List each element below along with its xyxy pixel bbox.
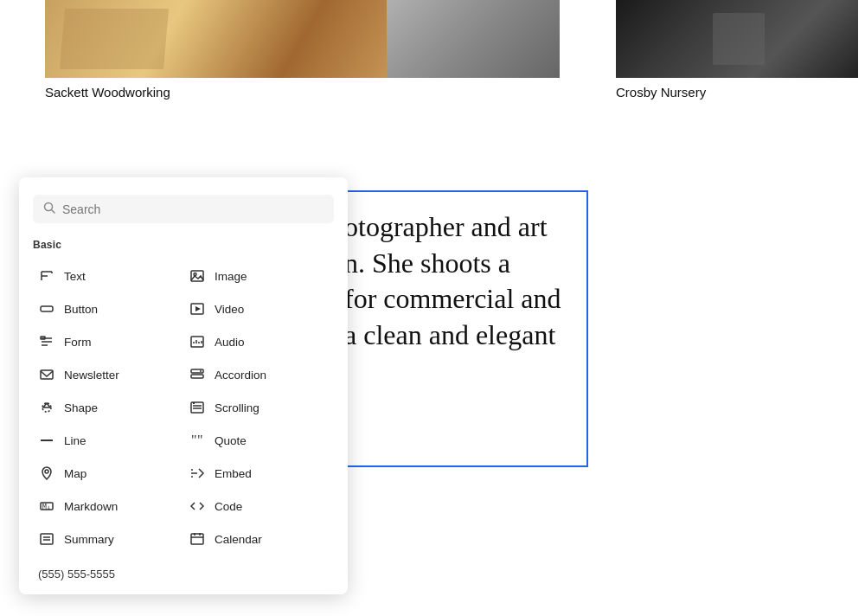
audio-icon <box>189 333 206 350</box>
item-button[interactable]: Button <box>33 292 183 325</box>
svg-point-32 <box>45 470 48 473</box>
item-shape-label: Shape <box>64 401 98 414</box>
svg-point-7 <box>194 273 196 276</box>
item-line[interactable]: Line <box>33 424 183 457</box>
item-map[interactable]: Map <box>33 457 183 490</box>
embed-icon <box>189 465 206 482</box>
line-icon <box>38 432 55 449</box>
search-container[interactable] <box>33 195 334 223</box>
item-scrolling[interactable]: Scrolling <box>183 391 334 424</box>
item-embed[interactable]: Embed <box>183 457 334 490</box>
section-label: Basic <box>33 239 334 251</box>
item-summary-label: Summary <box>64 533 114 546</box>
item-newsletter[interactable]: Newsletter <box>33 358 183 391</box>
item-code-label: Code <box>215 500 242 513</box>
code-icon <box>189 497 206 515</box>
svg-rect-8 <box>41 306 53 311</box>
widget-panel: Basic Text <box>19 177 348 594</box>
phone-number: (555) 555-5555 <box>33 562 334 581</box>
svg-text:": " <box>191 433 197 447</box>
item-accordion[interactable]: Accordion <box>183 358 334 391</box>
item-audio-label: Audio <box>215 336 245 349</box>
content-text: otographer and art n. She shoots a for c… <box>344 209 573 353</box>
image-icon <box>189 267 206 285</box>
markdown-icon: M↓ <box>38 497 55 515</box>
search-input[interactable] <box>62 202 324 216</box>
svg-rect-20 <box>41 370 53 379</box>
svg-rect-38 <box>41 534 53 544</box>
item-embed-label: Embed <box>215 467 252 480</box>
item-audio[interactable]: Audio <box>183 325 334 358</box>
item-shape[interactable]: Shape <box>33 391 183 424</box>
item-line-label: Line <box>64 434 86 447</box>
item-calendar-label: Calendar <box>215 533 262 546</box>
form-icon <box>38 333 55 350</box>
svg-rect-6 <box>191 271 203 281</box>
svg-marker-10 <box>195 306 201 311</box>
item-map-label: Map <box>64 467 86 480</box>
svg-line-1 <box>52 210 55 214</box>
item-accordion-label: Accordion <box>215 369 266 382</box>
item-quote[interactable]: " " Quote <box>183 424 334 457</box>
item-image-label: Image <box>215 270 247 283</box>
accordion-icon <box>189 366 206 383</box>
item-button-label: Button <box>64 303 98 316</box>
item-image[interactable]: Image <box>183 260 334 292</box>
item-form[interactable]: Form <box>33 325 183 358</box>
item-text[interactable]: Text <box>33 260 183 292</box>
shape-icon <box>38 399 55 416</box>
item-video-label: Video <box>215 303 244 316</box>
svg-text:M↓: M↓ <box>42 504 51 511</box>
item-calendar[interactable]: Calendar <box>183 523 334 555</box>
scrolling-icon <box>189 399 206 416</box>
item-scrolling-label: Scrolling <box>215 401 260 414</box>
text-icon <box>38 267 55 285</box>
content-text-area: otographer and art n. She shoots a for c… <box>329 190 588 467</box>
summary-icon <box>38 530 55 548</box>
item-markdown[interactable]: M↓ Markdown <box>33 490 183 523</box>
gallery-right-title: Crosby Nursery <box>616 85 706 99</box>
item-code[interactable]: Code <box>183 490 334 523</box>
button-icon <box>38 300 55 318</box>
svg-rect-41 <box>191 534 203 544</box>
svg-rect-22 <box>191 375 203 378</box>
item-newsletter-label: Newsletter <box>64 369 119 382</box>
map-icon <box>38 465 55 482</box>
video-icon <box>189 300 206 318</box>
quote-icon: " " <box>189 432 206 449</box>
items-grid: Text Image <box>33 260 334 555</box>
search-icon <box>43 202 55 216</box>
item-text-label: Text <box>64 270 86 283</box>
item-summary[interactable]: Summary <box>33 523 183 555</box>
item-video[interactable]: Video <box>183 292 334 325</box>
item-markdown-label: Markdown <box>64 500 118 513</box>
svg-text:": " <box>197 433 203 447</box>
item-form-label: Form <box>64 336 92 349</box>
newsletter-icon <box>38 366 55 383</box>
calendar-icon <box>189 530 206 548</box>
gallery-left-title: Sackett Woodworking <box>45 85 170 99</box>
item-quote-label: Quote <box>215 434 247 447</box>
